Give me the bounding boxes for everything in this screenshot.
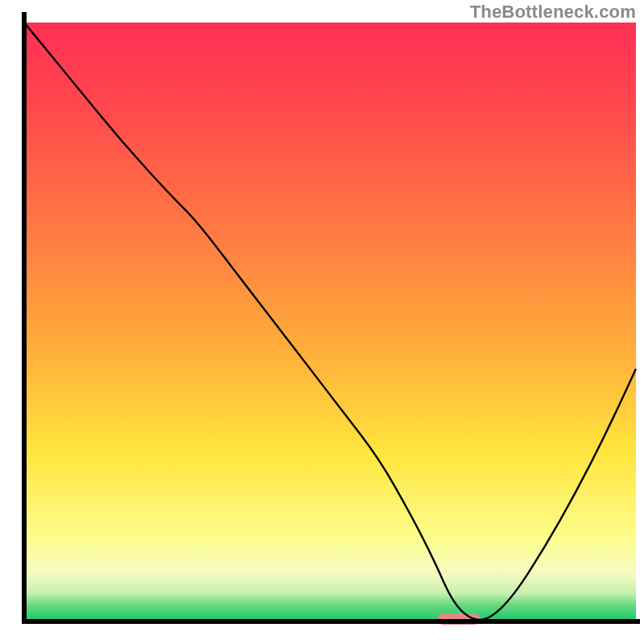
chart-container: TheBottleneck.com xyxy=(0,0,644,644)
plot-area xyxy=(24,23,636,625)
gradient-background xyxy=(24,23,636,620)
watermark-text: TheBottleneck.com xyxy=(470,2,636,23)
chart-svg xyxy=(0,0,644,644)
